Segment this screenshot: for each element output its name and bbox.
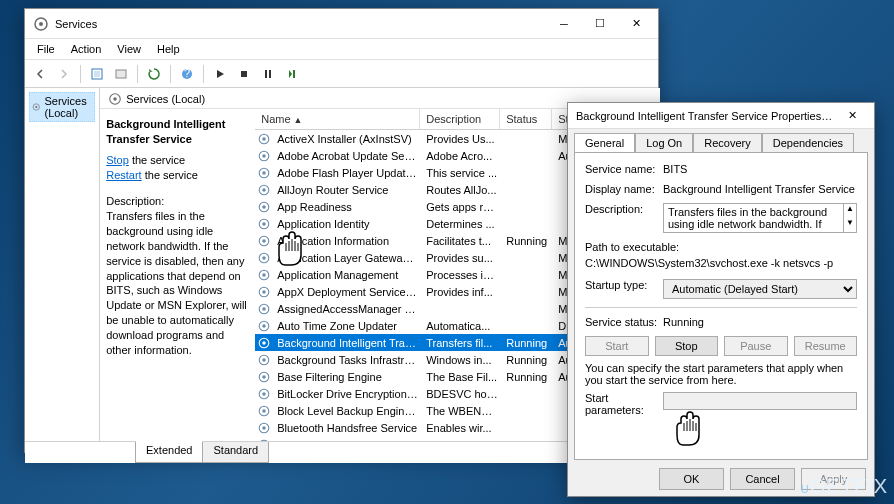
properties-button[interactable] (86, 63, 108, 85)
menu-help[interactable]: Help (149, 41, 188, 57)
help-button[interactable]: ? (176, 63, 198, 85)
column-description[interactable]: Description (420, 109, 500, 129)
titlebar[interactable]: Services ─ ☐ ✕ (25, 9, 658, 39)
tree-node-label: Services (Local) (44, 95, 92, 119)
path-value: C:\WINDOWS\System32\svchost.exe -k netsv… (585, 257, 857, 269)
startup-type-label: Startup type: (585, 279, 663, 291)
description-textarea[interactable]: Transfers files in the background using … (663, 203, 844, 233)
forward-button[interactable] (53, 63, 75, 85)
column-name[interactable]: Name ▲ (255, 109, 420, 129)
svg-point-18 (262, 154, 266, 158)
svg-point-16 (262, 137, 266, 141)
panel-title: Services (Local) (126, 93, 205, 105)
path-label: Path to executable: (585, 241, 857, 253)
tab-general[interactable]: General (574, 133, 635, 152)
svg-point-12 (35, 106, 37, 108)
tab-dependencies[interactable]: Dependencies (762, 133, 854, 152)
detail-pane: Background Intelligent Transfer Service … (100, 109, 255, 441)
dialog-title: Background Intelligent Transfer Service … (576, 110, 834, 122)
maximize-button[interactable]: ☐ (582, 13, 618, 35)
dialog-titlebar[interactable]: Background Intelligent Transfer Service … (568, 103, 874, 129)
gear-icon (33, 16, 49, 32)
menu-file[interactable]: File (29, 41, 63, 57)
export-button[interactable] (110, 63, 132, 85)
service-name-label: Service name: (585, 163, 663, 175)
svg-point-1 (39, 22, 43, 26)
ok-button[interactable]: OK (659, 468, 724, 490)
scroll-up-icon[interactable]: ▲ (844, 204, 856, 218)
display-name-value: Background Intelligent Transfer Service (663, 183, 857, 195)
close-button[interactable]: ✕ (618, 13, 654, 35)
cancel-button[interactable]: Cancel (730, 468, 795, 490)
svg-point-20 (262, 171, 266, 175)
pause-button: Pause (724, 336, 788, 356)
display-name-label: Display name: (585, 183, 663, 195)
properties-dialog: Background Intelligent Transfer Service … (567, 102, 875, 497)
svg-rect-3 (94, 71, 100, 77)
tab-recovery[interactable]: Recovery (693, 133, 761, 152)
svg-point-24 (262, 205, 266, 209)
description-text: Transfers files in the background using … (106, 209, 249, 357)
svg-point-38 (262, 324, 266, 328)
svg-point-46 (262, 392, 266, 396)
pause-button[interactable] (257, 63, 279, 85)
svg-text:?: ? (184, 67, 190, 79)
start-params-label: Start parameters: (585, 392, 663, 416)
stop-button[interactable]: Stop (655, 336, 719, 356)
resume-button: Resume (794, 336, 858, 356)
toolbar: ? (25, 60, 658, 88)
description-label: Description: (585, 203, 663, 215)
menu-view[interactable]: View (109, 41, 149, 57)
nav-tree: Services (Local) (25, 88, 100, 441)
window-title: Services (55, 18, 546, 30)
svg-point-14 (113, 97, 117, 101)
svg-point-22 (262, 188, 266, 192)
svg-point-42 (262, 358, 266, 362)
svg-point-28 (262, 239, 266, 243)
start-params-input[interactable] (663, 392, 857, 410)
watermark: UUGETFIXGETFIX (801, 475, 888, 498)
tab-extended[interactable]: Extended (135, 441, 203, 463)
refresh-button[interactable] (143, 63, 165, 85)
svg-point-36 (262, 307, 266, 311)
dialog-close-button[interactable]: ✕ (834, 105, 870, 127)
svg-point-30 (262, 256, 266, 260)
svg-rect-10 (293, 70, 295, 78)
svg-point-50 (262, 426, 266, 430)
svg-point-51 (259, 440, 269, 441)
service-status-label: Service status: (585, 316, 663, 328)
svg-point-48 (262, 409, 266, 413)
play-button[interactable] (209, 63, 231, 85)
menubar: File Action View Help (25, 39, 658, 60)
stop-button[interactable] (233, 63, 255, 85)
svg-point-26 (262, 222, 266, 226)
svg-point-32 (262, 273, 266, 277)
hint-text: You can specify the start parameters tha… (585, 362, 857, 386)
svg-point-44 (262, 375, 266, 379)
menu-action[interactable]: Action (63, 41, 110, 57)
service-status-value: Running (663, 316, 857, 328)
start-button: Start (585, 336, 649, 356)
tree-node-services-local[interactable]: Services (Local) (29, 92, 95, 122)
dialog-tabs: General Log On Recovery Dependencies (568, 129, 874, 152)
tab-standard[interactable]: Standard (202, 442, 269, 463)
back-button[interactable] (29, 63, 51, 85)
svg-rect-9 (269, 70, 271, 78)
restart-button[interactable] (281, 63, 303, 85)
svg-point-40 (262, 341, 266, 345)
minimize-button[interactable]: ─ (546, 13, 582, 35)
tab-logon[interactable]: Log On (635, 133, 693, 152)
dialog-body: Service name: BITS Display name: Backgro… (574, 152, 868, 460)
view-tabs: Extended Standard (25, 441, 658, 463)
svg-point-34 (262, 290, 266, 294)
startup-type-select[interactable]: Automatic (Delayed Start) (663, 279, 857, 299)
services-window: Services ─ ☐ ✕ File Action View Help ? S (24, 8, 659, 453)
restart-link[interactable]: Restart (106, 169, 141, 181)
column-status[interactable]: Status (500, 109, 552, 129)
svg-rect-7 (241, 71, 247, 77)
service-name-value: BITS (663, 163, 857, 175)
svg-rect-4 (116, 70, 126, 78)
scroll-down-icon[interactable]: ▼ (844, 218, 856, 232)
description-heading: Description: (106, 194, 249, 209)
stop-link[interactable]: Stop (106, 154, 129, 166)
